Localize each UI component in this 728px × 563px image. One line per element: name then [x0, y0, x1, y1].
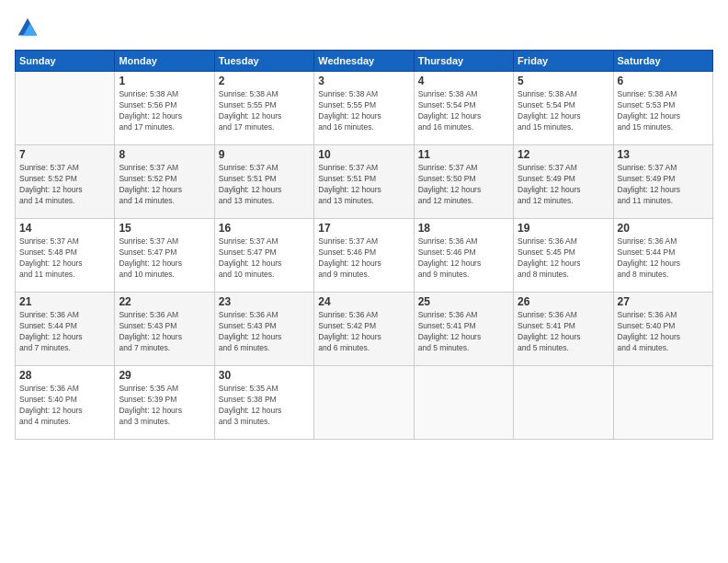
calendar-cell: 7Sunrise: 5:37 AM Sunset: 5:52 PM Daylig…: [16, 145, 115, 219]
weekday-header-row: SundayMondayTuesdayWednesdayThursdayFrid…: [16, 51, 713, 72]
calendar-cell: 20Sunrise: 5:36 AM Sunset: 5:44 PM Dayli…: [613, 219, 712, 293]
day-info: Sunrise: 5:37 AM Sunset: 5:46 PM Dayligh…: [318, 236, 409, 281]
day-info: Sunrise: 5:36 AM Sunset: 5:44 PM Dayligh…: [618, 236, 709, 281]
day-info: Sunrise: 5:36 AM Sunset: 5:41 PM Dayligh…: [418, 310, 509, 354]
calendar-cell: [514, 366, 613, 440]
calendar-cell: 21Sunrise: 5:36 AM Sunset: 5:44 PM Dayli…: [16, 293, 115, 366]
day-number: 21: [19, 295, 110, 308]
calendar-cell: 2Sunrise: 5:38 AM Sunset: 5:55 PM Daylig…: [214, 72, 313, 145]
calendar-cell: [613, 366, 712, 440]
calendar-cell: 29Sunrise: 5:35 AM Sunset: 5:39 PM Dayli…: [115, 366, 214, 440]
day-info: Sunrise: 5:37 AM Sunset: 5:47 PM Dayligh…: [219, 236, 310, 281]
calendar-cell: [314, 366, 414, 440]
day-number: 25: [418, 295, 509, 308]
calendar-cell: 10Sunrise: 5:37 AM Sunset: 5:51 PM Dayli…: [314, 145, 414, 219]
logo: [15, 15, 44, 40]
weekday-friday: Friday: [514, 51, 613, 72]
day-number: 8: [119, 148, 210, 161]
day-number: 29: [119, 369, 210, 382]
weekday-monday: Monday: [115, 51, 214, 72]
weekday-sunday: Sunday: [16, 51, 115, 72]
day-info: Sunrise: 5:37 AM Sunset: 5:48 PM Dayligh…: [19, 236, 110, 281]
weekday-saturday: Saturday: [613, 51, 712, 72]
day-info: Sunrise: 5:36 AM Sunset: 5:43 PM Dayligh…: [119, 310, 210, 354]
calendar-cell: 25Sunrise: 5:36 AM Sunset: 5:41 PM Dayli…: [414, 293, 513, 366]
day-number: 28: [19, 369, 110, 382]
calendar-cell: 26Sunrise: 5:36 AM Sunset: 5:41 PM Dayli…: [514, 293, 613, 366]
day-number: 19: [518, 222, 609, 235]
calendar-cell: 11Sunrise: 5:37 AM Sunset: 5:50 PM Dayli…: [414, 145, 513, 219]
calendar-cell: 30Sunrise: 5:35 AM Sunset: 5:38 PM Dayli…: [214, 366, 313, 440]
day-number: 1: [119, 75, 210, 87]
day-number: 10: [318, 148, 409, 161]
calendar-cell: 14Sunrise: 5:37 AM Sunset: 5:48 PM Dayli…: [16, 219, 115, 293]
day-info: Sunrise: 5:38 AM Sunset: 5:55 PM Dayligh…: [219, 89, 310, 133]
day-number: 6: [618, 75, 709, 87]
weekday-thursday: Thursday: [414, 51, 513, 72]
day-number: 27: [618, 295, 709, 308]
day-info: Sunrise: 5:37 AM Sunset: 5:50 PM Dayligh…: [418, 163, 509, 207]
day-number: 20: [618, 222, 709, 235]
day-info: Sunrise: 5:38 AM Sunset: 5:53 PM Dayligh…: [618, 89, 709, 133]
calendar-cell: 17Sunrise: 5:37 AM Sunset: 5:46 PM Dayli…: [314, 219, 414, 293]
calendar-cell: 24Sunrise: 5:36 AM Sunset: 5:42 PM Dayli…: [314, 293, 414, 366]
day-number: 4: [418, 75, 509, 87]
calendar-cell: 28Sunrise: 5:36 AM Sunset: 5:40 PM Dayli…: [16, 366, 115, 440]
calendar-cell: 15Sunrise: 5:37 AM Sunset: 5:47 PM Dayli…: [115, 219, 214, 293]
calendar-cell: 8Sunrise: 5:37 AM Sunset: 5:52 PM Daylig…: [115, 145, 214, 219]
weekday-tuesday: Tuesday: [214, 51, 313, 72]
day-info: Sunrise: 5:37 AM Sunset: 5:49 PM Dayligh…: [518, 163, 609, 207]
day-number: 5: [518, 75, 609, 87]
calendar-cell: 5Sunrise: 5:38 AM Sunset: 5:54 PM Daylig…: [514, 72, 613, 145]
calendar-cell: 22Sunrise: 5:36 AM Sunset: 5:43 PM Dayli…: [115, 293, 214, 366]
calendar-cell: 23Sunrise: 5:36 AM Sunset: 5:43 PM Dayli…: [214, 293, 313, 366]
day-info: Sunrise: 5:38 AM Sunset: 5:56 PM Dayligh…: [119, 89, 210, 133]
logo-icon: [15, 15, 40, 40]
day-info: Sunrise: 5:36 AM Sunset: 5:41 PM Dayligh…: [518, 310, 609, 354]
calendar-cell: 6Sunrise: 5:38 AM Sunset: 5:53 PM Daylig…: [613, 72, 712, 145]
day-info: Sunrise: 5:37 AM Sunset: 5:51 PM Dayligh…: [318, 163, 409, 207]
day-info: Sunrise: 5:37 AM Sunset: 5:49 PM Dayligh…: [618, 163, 709, 207]
calendar-cell: [16, 72, 115, 145]
day-info: Sunrise: 5:36 AM Sunset: 5:45 PM Dayligh…: [518, 236, 609, 281]
day-number: 15: [119, 222, 210, 235]
day-number: 18: [418, 222, 509, 235]
day-number: 16: [219, 222, 310, 235]
week-row-1: 1Sunrise: 5:38 AM Sunset: 5:56 PM Daylig…: [16, 72, 713, 145]
day-info: Sunrise: 5:37 AM Sunset: 5:47 PM Dayligh…: [119, 236, 210, 281]
week-row-5: 28Sunrise: 5:36 AM Sunset: 5:40 PM Dayli…: [16, 366, 713, 440]
day-number: 13: [618, 148, 709, 161]
calendar-cell: [414, 366, 513, 440]
calendar-cell: 16Sunrise: 5:37 AM Sunset: 5:47 PM Dayli…: [214, 219, 313, 293]
day-info: Sunrise: 5:36 AM Sunset: 5:40 PM Dayligh…: [618, 310, 709, 354]
header: [15, 15, 713, 40]
day-number: 23: [219, 295, 310, 308]
calendar-cell: 27Sunrise: 5:36 AM Sunset: 5:40 PM Dayli…: [613, 293, 712, 366]
day-info: Sunrise: 5:36 AM Sunset: 5:44 PM Dayligh…: [19, 310, 110, 354]
day-info: Sunrise: 5:37 AM Sunset: 5:52 PM Dayligh…: [119, 163, 210, 207]
calendar-cell: 3Sunrise: 5:38 AM Sunset: 5:55 PM Daylig…: [314, 72, 414, 145]
calendar-table: SundayMondayTuesdayWednesdayThursdayFrid…: [15, 50, 713, 440]
day-number: 14: [19, 222, 110, 235]
day-number: 22: [119, 295, 210, 308]
day-info: Sunrise: 5:36 AM Sunset: 5:46 PM Dayligh…: [418, 236, 509, 281]
day-info: Sunrise: 5:36 AM Sunset: 5:40 PM Dayligh…: [19, 384, 110, 428]
day-number: 7: [19, 148, 110, 161]
day-info: Sunrise: 5:37 AM Sunset: 5:51 PM Dayligh…: [219, 163, 310, 207]
day-number: 26: [518, 295, 609, 308]
day-info: Sunrise: 5:35 AM Sunset: 5:39 PM Dayligh…: [119, 384, 210, 428]
day-number: 9: [219, 148, 310, 161]
day-number: 17: [318, 222, 409, 235]
day-info: Sunrise: 5:36 AM Sunset: 5:42 PM Dayligh…: [318, 310, 409, 354]
day-info: Sunrise: 5:38 AM Sunset: 5:54 PM Dayligh…: [418, 89, 509, 133]
calendar-cell: 4Sunrise: 5:38 AM Sunset: 5:54 PM Daylig…: [414, 72, 513, 145]
day-info: Sunrise: 5:38 AM Sunset: 5:54 PM Dayligh…: [518, 89, 609, 133]
calendar-cell: 13Sunrise: 5:37 AM Sunset: 5:49 PM Dayli…: [613, 145, 712, 219]
week-row-3: 14Sunrise: 5:37 AM Sunset: 5:48 PM Dayli…: [16, 219, 713, 293]
week-row-2: 7Sunrise: 5:37 AM Sunset: 5:52 PM Daylig…: [16, 145, 713, 219]
weekday-wednesday: Wednesday: [314, 51, 414, 72]
page: SundayMondayTuesdayWednesdayThursdayFrid…: [0, 0, 728, 563]
day-info: Sunrise: 5:38 AM Sunset: 5:55 PM Dayligh…: [318, 89, 409, 133]
calendar-cell: 18Sunrise: 5:36 AM Sunset: 5:46 PM Dayli…: [414, 219, 513, 293]
day-info: Sunrise: 5:35 AM Sunset: 5:38 PM Dayligh…: [219, 384, 310, 428]
